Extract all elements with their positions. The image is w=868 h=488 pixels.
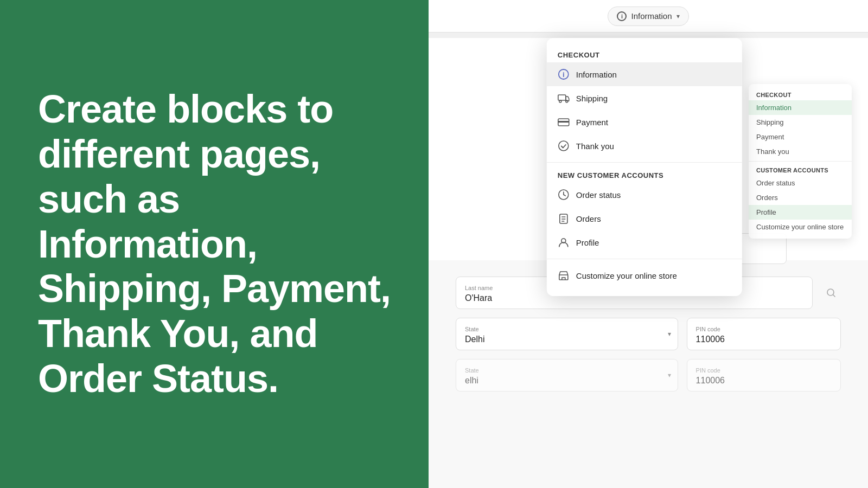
chevron-down-icon: ▾: [676, 12, 680, 20]
new-accounts-section-title: NEW CUSTOMER ACCOUNTS: [547, 167, 742, 183]
payment-icon: [558, 116, 570, 128]
shipping-icon: [558, 92, 570, 104]
profile-icon: [558, 236, 570, 248]
background-dropdown: CHECKOUT Information Shipping Payment Th…: [749, 84, 852, 239]
dropdown-item-profile[interactable]: Profile: [547, 230, 742, 254]
state-bg-field: State elhi ▾: [456, 359, 678, 391]
orders-label: Orders: [576, 214, 601, 223]
state-bg-chevron-icon: ▾: [668, 371, 671, 379]
pin-value: 110006: [696, 335, 725, 344]
state-value: Delhi: [465, 335, 484, 344]
information-dropdown-button[interactable]: i Information ▾: [608, 7, 688, 26]
dropdown-item-customize[interactable]: Customize your online store: [547, 264, 742, 287]
top-bar: i Information ▾: [429, 0, 868, 33]
left-panel: Create blocks to different pages, such a…: [0, 0, 429, 488]
payment-label: Payment: [576, 118, 608, 127]
dropdown-item-information[interactable]: i Information: [547, 62, 742, 86]
information-label: Information: [576, 70, 617, 79]
dropdown-item-order-status[interactable]: Order status: [547, 183, 742, 207]
svg-point-7: [559, 141, 569, 151]
svg-point-3: [559, 100, 561, 102]
svg-point-4: [566, 100, 568, 102]
state-chevron-icon: ▾: [668, 330, 671, 338]
search-icon-area: [821, 277, 841, 309]
bg-item-shipping: Shipping: [749, 115, 852, 130]
pin-bg-field: PIN code 110006: [687, 359, 841, 391]
divider-1: [547, 162, 742, 163]
dropdown-item-orders[interactable]: Orders: [547, 207, 742, 230]
shipping-label: Shipping: [576, 94, 608, 103]
bg-accounts-title: CUSTOMER ACCOUNTS: [749, 164, 852, 176]
bg-item-profile: Profile: [749, 205, 852, 220]
bg-item-thank-you: Thank you: [749, 144, 852, 159]
bg-item-customize: Customize your online store: [749, 220, 852, 234]
dropdown-item-thank-you[interactable]: Thank you: [547, 134, 742, 158]
pin-label: PIN code: [696, 326, 832, 332]
thank-you-label: Thank you: [576, 142, 614, 151]
svg-text:i: i: [563, 70, 565, 79]
main-heading: Create blocks to different pages, such a…: [38, 87, 396, 401]
state-bg-value: elhi: [465, 376, 478, 385]
pin-bg-label: PIN code: [696, 367, 832, 374]
bg-item-payment: Payment: [749, 130, 852, 144]
divider-2: [547, 259, 742, 259]
customize-label: Customize your online store: [576, 271, 677, 280]
info-circle-icon: i: [617, 11, 627, 21]
checkout-section-title: CHECKOUT: [547, 47, 742, 62]
bg-item-orders: Orders: [749, 190, 852, 205]
pin-bg-value: 110006: [696, 376, 725, 385]
thank-you-icon: [558, 140, 570, 152]
dropdown-item-payment[interactable]: Payment: [547, 110, 742, 134]
dropdown-label: Information: [631, 11, 672, 21]
state-bg-label: State: [465, 367, 669, 374]
svg-rect-6: [558, 121, 569, 123]
bg-checkout-title: CHECKOUT: [749, 88, 852, 100]
orders-icon: [558, 213, 570, 224]
profile-label: Profile: [576, 238, 599, 247]
bg-item-information: Information: [749, 100, 852, 115]
svg-point-12: [827, 289, 834, 296]
order-status-label: Order status: [576, 190, 621, 200]
dropdown-item-shipping[interactable]: Shipping: [547, 86, 742, 110]
svg-rect-2: [558, 95, 566, 100]
state-label: State: [465, 326, 669, 332]
bg-item-order-status: Order status: [749, 176, 852, 190]
state-field[interactable]: State Delhi ▾: [456, 318, 678, 350]
form-state-pin-row: State Delhi ▾ PIN code 110006: [456, 318, 841, 350]
last-name-value: O'Hara: [465, 293, 492, 303]
pin-field[interactable]: PIN code 110006: [687, 318, 841, 350]
order-status-icon: [558, 189, 570, 201]
right-panel: i Information ▾ CHECKOUT Information Shi…: [429, 0, 868, 488]
main-dropdown-menu: CHECKOUT i Information Shipping: [547, 38, 742, 296]
information-icon: i: [558, 68, 570, 80]
store-icon: [558, 269, 570, 281]
form-bottom-partial-row: State elhi ▾ PIN code 110006: [456, 359, 841, 391]
